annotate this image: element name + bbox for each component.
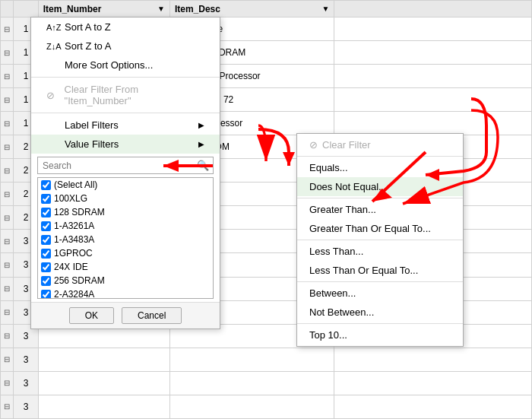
menu-item-clear_filter: ⊘Clear Filter From "Item_Number" xyxy=(31,80,220,110)
menu-separator xyxy=(31,77,220,78)
expand-btn[interactable]: ⊟ xyxy=(1,206,14,230)
checkbox-input[interactable] xyxy=(41,249,51,259)
submenu-item-greater_than[interactable]: Greater Than... xyxy=(297,200,463,219)
checkbox-input[interactable] xyxy=(41,221,51,231)
submenu-item-label: Less Than... xyxy=(309,246,363,257)
left-dropdown-menu: A↑ZSort A to ZZ↓ASort Z to AMore Sort Op… xyxy=(30,17,220,329)
checkbox-label: 256 SDRAM xyxy=(54,275,105,286)
expand-btn[interactable]: ⊟ xyxy=(1,88,14,112)
submenu-item-label: Not Between... xyxy=(309,306,374,318)
item-number-cell xyxy=(38,371,169,395)
menu-item-sort_z_to_a[interactable]: Z↓ASort Z to A xyxy=(31,37,220,56)
extra-cell xyxy=(334,65,532,88)
submenu-separator xyxy=(297,281,463,282)
checkbox-input[interactable] xyxy=(41,208,51,217)
list-item[interactable]: 128 SDRAM xyxy=(38,205,213,219)
menu-item-label: Label Filters xyxy=(65,119,119,131)
table-row: ⊟ 3 xyxy=(1,395,532,418)
list-item[interactable]: 1GPROC xyxy=(38,246,213,260)
extra-cell xyxy=(334,41,532,65)
sort-za-icon: Z↓A xyxy=(46,42,60,51)
item-number-cell xyxy=(38,348,169,371)
menu-item-value_filters[interactable]: Value Filters▶ xyxy=(31,135,220,154)
expand-btn[interactable]: ⊟ xyxy=(1,135,14,159)
submenu-arrow-icon: ▶ xyxy=(198,140,204,148)
list-item[interactable]: 100XLG xyxy=(38,192,213,205)
list-item[interactable]: 256 SDRAM xyxy=(38,274,213,287)
submenu-item-label: Clear Filter xyxy=(322,139,371,151)
menu-item-label: Sort Z to A xyxy=(65,40,111,52)
expand-btn[interactable]: ⊟ xyxy=(1,230,14,253)
expand-btn[interactable]: ⊟ xyxy=(1,300,14,324)
menu-item-more_sort_options[interactable]: More Sort Options... xyxy=(31,56,220,75)
expand-btn[interactable]: ⊟ xyxy=(1,159,14,183)
list-item[interactable]: 1-A3261A xyxy=(38,219,213,233)
submenu-item-clear_filter: ⊘Clear Filter xyxy=(297,135,463,154)
submenu-item-equals[interactable]: Equals... xyxy=(297,158,463,177)
cancel-button[interactable]: Cancel xyxy=(122,307,182,324)
list-item[interactable]: 24X IDE xyxy=(38,260,213,274)
submenu-item-label: Between... xyxy=(309,287,356,299)
checkbox-label: (Select All) xyxy=(54,179,97,190)
extra-cell xyxy=(334,112,532,135)
menu-item-label_filters[interactable]: Label Filters▶ xyxy=(31,116,220,135)
submenu-item-label: Greater Than... xyxy=(309,204,376,215)
submenu-item-greater_than_or_equal[interactable]: Greater Than Or Equal To... xyxy=(297,219,463,238)
menu-item-label: Sort A to Z xyxy=(65,21,111,33)
submenu-item-less_than_or_equal[interactable]: Less Than Or Equal To... xyxy=(297,261,463,280)
right-submenu: ⊘Clear FilterEquals...Does Not Equal...G… xyxy=(296,133,464,347)
item-number-cell xyxy=(38,395,169,418)
submenu-separator xyxy=(297,240,463,240)
submenu-item-not_between[interactable]: Not Between... xyxy=(297,303,463,322)
submenu-item-less_than[interactable]: Less Than... xyxy=(297,242,463,261)
expand-btn[interactable]: ⊟ xyxy=(1,371,14,395)
col-item-desc-header[interactable]: Item_Desc ▼ xyxy=(169,1,334,17)
row-num: 3 xyxy=(14,371,38,395)
search-icon: 🔍 xyxy=(193,157,213,173)
expand-btn[interactable]: ⊟ xyxy=(1,324,14,348)
checkbox-input[interactable] xyxy=(41,194,51,204)
col-expand-header xyxy=(1,1,14,17)
checkbox-input[interactable] xyxy=(41,235,51,245)
checkbox-input[interactable] xyxy=(41,290,51,300)
col-item-number-header[interactable]: Item_Number ▼ xyxy=(38,1,169,17)
extra-cell xyxy=(334,371,532,395)
expand-btn[interactable]: ⊟ xyxy=(1,395,14,418)
list-item[interactable]: (Select All) xyxy=(38,178,213,192)
expand-btn[interactable]: ⊟ xyxy=(1,17,14,41)
checkbox-list[interactable]: (Select All) 100XLG 128 SDRAM 1-A3261A 1… xyxy=(37,177,214,299)
checkbox-label: 24X IDE xyxy=(54,262,88,272)
expand-btn[interactable]: ⊟ xyxy=(1,41,14,65)
search-input[interactable] xyxy=(38,158,193,173)
search-box[interactable]: 🔍 xyxy=(37,157,214,174)
checkbox-input[interactable] xyxy=(41,262,51,272)
item-desc-cell xyxy=(169,371,334,395)
submenu-item-label: Does Not Equal... xyxy=(309,181,387,192)
submenu-item-top_10[interactable]: Top 10... xyxy=(297,325,463,344)
clear-filter-icon: ⊘ xyxy=(309,139,318,151)
clear-filter-icon: ⊘ xyxy=(46,90,60,101)
col-rownum-header xyxy=(14,1,38,17)
expand-btn[interactable]: ⊟ xyxy=(1,253,14,277)
expand-btn[interactable]: ⊟ xyxy=(1,65,14,88)
checkbox-label: 2-A3284A xyxy=(54,289,94,299)
submenu-item-between[interactable]: Between... xyxy=(297,284,463,303)
list-item[interactable]: 2-A3284A xyxy=(38,287,213,299)
checkbox-input[interactable] xyxy=(41,180,51,190)
submenu-separator xyxy=(297,323,463,324)
expand-btn[interactable]: ⊟ xyxy=(1,112,14,135)
checkbox-label: 100XLG xyxy=(54,193,87,204)
list-item[interactable]: 1-A3483A xyxy=(38,233,213,246)
expand-btn[interactable]: ⊟ xyxy=(1,348,14,371)
extra-cell xyxy=(334,17,532,41)
expand-btn[interactable]: ⊟ xyxy=(1,277,14,300)
dialog-buttons: OK Cancel xyxy=(31,302,220,329)
checkbox-label: 1-A3261A xyxy=(54,221,94,231)
expand-btn[interactable]: ⊟ xyxy=(1,183,14,206)
submenu-item-does_not_equal[interactable]: Does Not Equal... xyxy=(297,177,463,196)
col-extra-header xyxy=(334,1,532,17)
submenu-separator xyxy=(297,198,463,198)
checkbox-input[interactable] xyxy=(41,276,51,286)
menu-item-sort_a_to_z[interactable]: A↑ZSort A to Z xyxy=(31,17,220,37)
ok-button[interactable]: OK xyxy=(69,307,114,324)
